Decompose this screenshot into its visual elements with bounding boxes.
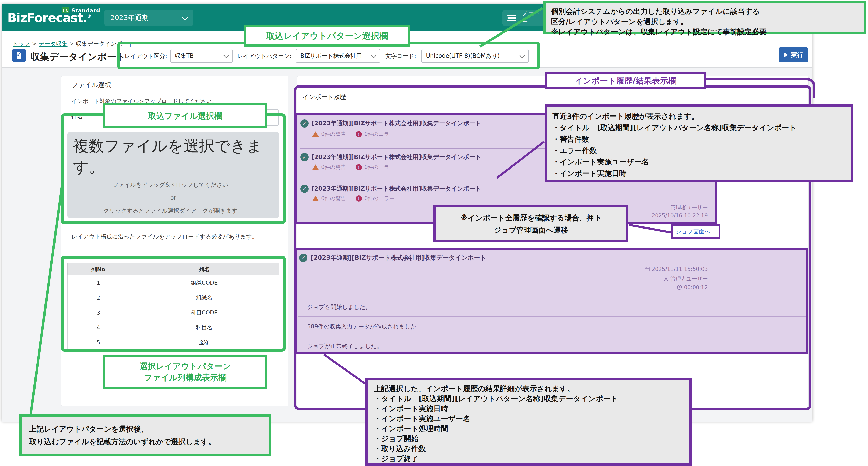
warning-icon (312, 196, 319, 201)
charcode-label: 文字コード: (385, 52, 416, 60)
menu-button[interactable]: メニュー (502, 10, 552, 26)
hamburger-icon (507, 13, 516, 23)
period-dropdown[interactable]: 2023年通期 (104, 9, 193, 26)
history-item[interactable]: ✓ [2023年通期][BIZサポート株式会社用]収集データインポート (301, 119, 481, 127)
file-select-instruction: インポート対象のファイルをアップロードしてください。 (71, 97, 217, 105)
breadcrumb-top[interactable]: トップ (13, 40, 30, 47)
history-item-user: 管理者ユーザー (592, 204, 708, 211)
file-dropzone[interactable]: 複数ファイルを選択できます。 ファイルをドラッグ&ドロップしてください。 or … (67, 132, 279, 218)
calendar-icon (644, 266, 650, 272)
breadcrumb-data-collection[interactable]: データ収集 (38, 40, 67, 47)
table-row: 3科目CODE (67, 305, 279, 320)
divider (300, 180, 713, 180)
breadcrumb-separator: > (69, 40, 74, 47)
check-circle-icon: ✓ (301, 153, 309, 161)
history-item[interactable]: ✓ [2023年通期][BIZサポート株式会社用]収集データインポート (301, 153, 481, 161)
history-item[interactable]: ✓ [2023年通期][BIZサポート株式会社用]収集データインポート (301, 185, 481, 193)
chevron-down-icon (371, 53, 376, 58)
table-row: 5金額 (67, 335, 279, 350)
standard-badge: Standard (71, 7, 100, 14)
layout-pattern-label: レイアウトパターン: (237, 52, 292, 60)
history-item-time: 2025/10/16 10:22:19 (592, 213, 708, 219)
annotation-note-line: ・ジョブ終了 (374, 454, 683, 464)
layout-note: レイアウト構成に沿ったファイルをアップロードする必要があります。 (71, 231, 278, 242)
error-count: 0件のエラー (364, 164, 395, 171)
breadcrumb: トップ > データ収集 > 収集データインポート (13, 40, 134, 48)
dropzone-main-text: 複数ファイルを選択できます。 (67, 132, 279, 177)
annotation-note-line: ・ジョブ開始 (374, 434, 683, 443)
table-row: 4科目名 (67, 320, 279, 335)
warn-count: 0件の警告 (321, 164, 346, 171)
cell-no: 2 (67, 290, 129, 305)
chevron-down-icon (223, 53, 229, 58)
dropzone-or-text: or (67, 194, 279, 201)
table-row: 2組織名 (67, 290, 279, 305)
result-message: ジョブが正常終了しました。 (307, 342, 382, 350)
cell-name: 科目名 (129, 320, 279, 335)
check-circle-icon: ✓ (301, 185, 309, 193)
result-header: ✓ [2023年通期][BIZサポート株式会社用]収集データインポート (299, 254, 486, 262)
cell-no: 3 (67, 305, 129, 320)
chevron-down-icon (182, 13, 189, 21)
error-icon: ! (356, 195, 362, 201)
history-item-status: 0件の警告 ! 0件のエラー (312, 164, 395, 171)
layout-class-value: 収集TB (175, 52, 221, 60)
page-title: 収集データインポート (31, 51, 126, 63)
dropzone-drag-text: ファイルをドラッグ&ドロップしてください。 (67, 181, 279, 189)
history-item-status: 0件の警告 ! 0件のエラー (312, 195, 395, 202)
error-icon: ! (356, 164, 362, 170)
fc-badge: FC (62, 7, 69, 13)
cell-name: 金額 (129, 335, 279, 350)
chevron-down-icon (519, 53, 525, 58)
cell-name: 組織CODE (129, 275, 279, 290)
result-duration: 00:00:12 (592, 284, 708, 290)
warning-icon (312, 164, 319, 170)
history-item-title: [2023年通期][BIZサポート株式会社用]収集データインポート (311, 185, 481, 193)
run-label: 実行 (791, 51, 803, 59)
history-item-title: [2023年通期][BIZサポート株式会社用]収集データインポート (311, 153, 481, 161)
table-header-row: 列No 列名 (67, 263, 279, 275)
table-row: 1組織CODE (67, 275, 279, 290)
file-select-title: ファイル選択 (71, 81, 111, 90)
menu-label: メニュー (522, 10, 547, 26)
screenshot-canvas: BizForecast.® FC Standard 2023年通期 メニュー ト… (0, 0, 868, 466)
history-item-title: [2023年通期][BIZサポート株式会社用]収集データインポート (311, 119, 481, 127)
charcode-select[interactable]: Unicode(UTF-8)(BOMあり) (422, 49, 529, 63)
play-icon (784, 52, 788, 58)
annotation-note-line: 取り込むファイルを記載方法のいずれかで選択します。 (29, 435, 261, 448)
cell-name: 科目CODE (129, 305, 279, 320)
layout-pattern-select[interactable]: BIZサポート株式会社用 (296, 49, 380, 63)
warning-icon (312, 131, 319, 137)
layout-class-select[interactable]: 収集TB (170, 49, 232, 63)
annotation-note-line: 上記レイアウトパターンを選択後、 (29, 423, 261, 435)
dropzone-click-text: クリックするとファイル選択ダイアログが開きます。 (67, 207, 279, 215)
error-icon: ! (356, 131, 362, 137)
warn-count: 0件の警告 (321, 195, 346, 202)
layout-columns-table: 列No 列名 1組織CODE 2組織名 3科目CODE 4科目名 5金額 (67, 263, 279, 350)
col-header-no: 列No (67, 263, 129, 275)
cell-no: 5 (67, 335, 129, 350)
period-value: 2023年通期 (110, 13, 183, 23)
subject-input[interactable] (114, 109, 279, 126)
annotation-note-line: ・取り込み件数 (374, 443, 683, 454)
warn-count: 0件の警告 (321, 131, 346, 138)
cell-no: 1 (67, 275, 129, 290)
subject-label: 件名 (71, 113, 83, 120)
cell-name: 組織名 (129, 290, 279, 305)
breadcrumb-separator: > (32, 40, 37, 47)
clock-icon (677, 284, 682, 290)
error-count: 0件のエラー (364, 195, 395, 202)
run-button[interactable]: 実行 (779, 47, 808, 62)
check-circle-icon: ✓ (299, 254, 307, 262)
result-message: ジョブを開始しました。 (307, 303, 371, 311)
layout-pattern-value: BIZサポート株式会社用 (301, 52, 369, 60)
divider (299, 336, 806, 336)
check-circle-icon: ✓ (301, 119, 309, 127)
divider (299, 316, 806, 317)
charcode-value: Unicode(UTF-8)(BOMあり) (426, 52, 517, 60)
divider (300, 148, 713, 149)
job-screen-link[interactable]: ジョブ画面へ (676, 228, 710, 236)
cell-no: 4 (67, 320, 129, 335)
result-title: [2023年通期][BIZサポート株式会社用]収集データインポート (311, 254, 486, 262)
layout-class-label: レイアウト区分: (124, 52, 167, 60)
